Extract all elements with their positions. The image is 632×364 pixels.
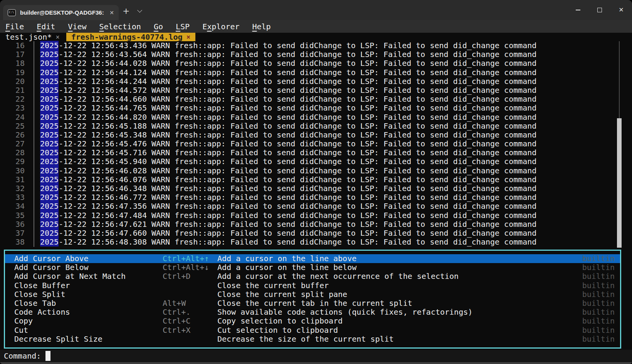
- text-cursor: [45, 351, 50, 361]
- tab-close-icon[interactable]: ×: [55, 33, 59, 42]
- menu-item-file[interactable]: File: [5, 22, 24, 31]
- editor-line[interactable]: 362025-12-22 12:56:47.621 WARN fresh::ap…: [0, 220, 632, 229]
- palette-row-add-cursor-below[interactable]: Add Cursor BelowCtrl+Alt+↓Add a cursor o…: [5, 263, 620, 272]
- search-match-highlight: 2025: [40, 193, 59, 202]
- menu-item-selection[interactable]: Selection: [99, 22, 141, 31]
- file-tab-fresh-warnings-40774-log[interactable]: fresh-warnings-40774.log×: [66, 33, 195, 42]
- search-match-highlight: 2025: [40, 228, 59, 238]
- tab-close-icon[interactable]: ×: [187, 33, 190, 42]
- search-match-highlight: 2025: [40, 112, 59, 122]
- editor-area[interactable]: 162025-12-22 12:56:43.436 WARN fresh::ap…: [0, 41, 632, 250]
- editor-line[interactable]: 282025-12-22 12:56:45.716 WARN fresh::ap…: [0, 148, 632, 157]
- line-number: 36: [0, 220, 25, 229]
- search-match-highlight: 2025: [40, 77, 59, 86]
- command-source: builtin: [582, 308, 615, 317]
- editor-line[interactable]: 232025-12-22 12:56:44.765 WARN fresh::ap…: [0, 104, 632, 112]
- maximize-button[interactable]: [589, 0, 610, 20]
- command-description: Copy selection to clipboard: [217, 317, 343, 325]
- editor-line[interactable]: 192025-12-22 12:56:44.124 WARN fresh::ap…: [0, 68, 632, 77]
- menu-item-view[interactable]: View: [68, 22, 86, 31]
- new-tab-button[interactable]: +: [123, 6, 129, 16]
- menu-item-edit[interactable]: Edit: [37, 22, 55, 31]
- close-icon: ✕: [619, 7, 624, 13]
- editor-line[interactable]: 202025-12-22 12:56:44.244 WARN fresh::ap…: [0, 77, 632, 86]
- editor-line[interactable]: 352025-12-22 12:56:47.484 WARN fresh::ap…: [0, 211, 632, 220]
- editor-line[interactable]: 252025-12-22 12:56:45.188 WARN fresh::ap…: [0, 122, 632, 131]
- line-number: 16: [0, 41, 25, 50]
- command-shortcut: Ctrl+C: [163, 317, 190, 325]
- editor-line[interactable]: 302025-12-22 12:56:46.028 WARN fresh::ap…: [0, 166, 632, 175]
- editor-line[interactable]: 272025-12-22 12:56:45.476 WARN fresh::ap…: [0, 139, 632, 148]
- menu-bar: FileEditViewSelectionGoLSPExplorerHelp: [0, 20, 632, 33]
- editor-line[interactable]: 262025-12-22 12:56:45.348 WARN fresh::ap…: [0, 131, 632, 139]
- palette-row-code-actions[interactable]: Code ActionsCtrl+.Show available code ac…: [5, 308, 620, 317]
- command-name: Copy: [14, 317, 33, 325]
- search-match-highlight: 2025: [40, 103, 59, 112]
- command-prompt-label: Command:: [4, 351, 41, 361]
- menu-item-help[interactable]: Help: [252, 22, 271, 31]
- terminal-tab[interactable]: C:\ builder@DESKTOP-QADGF36: ✕: [3, 5, 119, 20]
- editor-line[interactable]: 242025-12-22 12:56:44.820 WARN fresh::ap…: [0, 113, 632, 122]
- command-name: Cut: [14, 326, 28, 335]
- file-tab-test-json-[interactable]: test.json*×: [5, 33, 60, 42]
- command-description: Close the current buffer: [217, 281, 329, 290]
- search-match-highlight: 2025: [40, 211, 59, 220]
- command-description: Close the current tab in the current spl…: [217, 299, 412, 308]
- command-source: builtin: [582, 317, 615, 325]
- editor-line[interactable]: 222025-12-22 12:56:44.660 WARN fresh::ap…: [0, 95, 632, 104]
- command-name: Close Split: [14, 290, 65, 299]
- minimize-button[interactable]: [567, 0, 589, 20]
- palette-row-copy[interactable]: CopyCtrl+CCopy selection to clipboardbui…: [5, 317, 620, 325]
- palette-row-add-cursor-above[interactable]: Add Cursor AboveCtrl+Alt+↑Add a cursor o…: [5, 254, 620, 263]
- line-number: 27: [0, 139, 25, 148]
- scrollbar-thumb[interactable]: [617, 118, 622, 248]
- line-number: 37: [0, 229, 25, 238]
- editor-line[interactable]: 172025-12-22 12:56:43.564 WARN fresh::ap…: [0, 50, 632, 59]
- editor-line[interactable]: 342025-12-22 12:56:47.356 WARN fresh::ap…: [0, 202, 632, 211]
- log-line-text: 2025-12-22 12:56:44.028 WARN fresh::app:…: [40, 59, 536, 68]
- line-number: 30: [0, 166, 25, 175]
- editor-line[interactable]: 182025-12-22 12:56:44.028 WARN fresh::ap…: [0, 59, 632, 68]
- palette-row-add-cursor-at-next-match[interactable]: Add Cursor at Next MatchCtrl+DAdd a curs…: [5, 272, 620, 281]
- log-line-text: 2025-12-22 12:56:47.621 WARN fresh::app:…: [40, 220, 536, 229]
- palette-row-close-split[interactable]: Close SplitClose the current split paneb…: [5, 290, 620, 299]
- command-shortcut: Ctrl+X: [163, 326, 190, 335]
- close-button[interactable]: ✕: [610, 0, 632, 20]
- editor-line[interactable]: 322025-12-22 12:56:46.348 WARN fresh::ap…: [0, 184, 632, 193]
- editor-line[interactable]: 162025-12-22 12:56:43.436 WARN fresh::ap…: [0, 41, 632, 50]
- terminal-tab-close-icon[interactable]: ✕: [109, 10, 114, 16]
- command-line[interactable]: Command:: [0, 350, 632, 362]
- editor-line[interactable]: 332025-12-22 12:56:46.772 WARN fresh::ap…: [0, 193, 632, 202]
- log-line-text: 2025-12-22 12:56:46.028 WARN fresh::app:…: [40, 166, 536, 175]
- search-match-highlight: 2025: [40, 86, 59, 95]
- command-shortcut: Ctrl+Alt+↓: [163, 263, 209, 272]
- terminal-window: C:\ builder@DESKTOP-QADGF36: ✕ + ✕ FileE…: [0, 0, 632, 364]
- search-match-highlight: 2025: [40, 139, 59, 148]
- menu-item-explorer[interactable]: Explorer: [202, 22, 239, 31]
- file-tab-bar: test.json*×fresh-warnings-40774.log×: [0, 33, 632, 42]
- log-line-text: 2025-12-22 12:56:44.765 WARN fresh::app:…: [40, 104, 536, 112]
- tab-dropdown-button[interactable]: [138, 8, 146, 15]
- search-match-highlight: 2025: [40, 148, 59, 157]
- menu-item-go[interactable]: Go: [154, 22, 163, 31]
- palette-row-close-buffer[interactable]: Close BufferClose the current bufferbuil…: [5, 281, 620, 290]
- log-line-text: 2025-12-22 12:56:46.772 WARN fresh::app:…: [40, 193, 536, 202]
- cmd-icon-text: C:\: [9, 10, 14, 14]
- editor-line[interactable]: 382025-12-22 12:56:48.308 WARN fresh::ap…: [0, 238, 632, 247]
- menu-item-lsp[interactable]: LSP: [176, 22, 190, 31]
- palette-row-cut[interactable]: CutCtrl+XCut selection to clipboardbuilt…: [5, 326, 620, 335]
- line-number: 34: [0, 202, 25, 211]
- palette-row-decrease-split-size[interactable]: Decrease Split SizeDecrease the size of …: [5, 335, 620, 344]
- editor-line[interactable]: 372025-12-22 12:56:47.660 WARN fresh::ap…: [0, 229, 632, 238]
- command-source: builtin: [582, 326, 615, 335]
- editor-line[interactable]: 312025-12-22 12:56:46.076 WARN fresh::ap…: [0, 175, 632, 184]
- search-match-highlight: 2025: [40, 184, 59, 193]
- command-name: Close Buffer: [14, 281, 70, 290]
- command-source: builtin: [582, 281, 615, 290]
- scrollbar-track[interactable]: [619, 41, 620, 118]
- editor-line[interactable]: 292025-12-22 12:56:45.940 WARN fresh::ap…: [0, 157, 632, 166]
- line-number: 21: [0, 86, 25, 95]
- command-palette: Add Cursor AboveCtrl+Alt+↑Add a cursor o…: [4, 250, 621, 349]
- palette-row-close-tab[interactable]: Close TabAlt+WClose the current tab in t…: [5, 299, 620, 308]
- editor-line[interactable]: 212025-12-22 12:56:44.572 WARN fresh::ap…: [0, 86, 632, 95]
